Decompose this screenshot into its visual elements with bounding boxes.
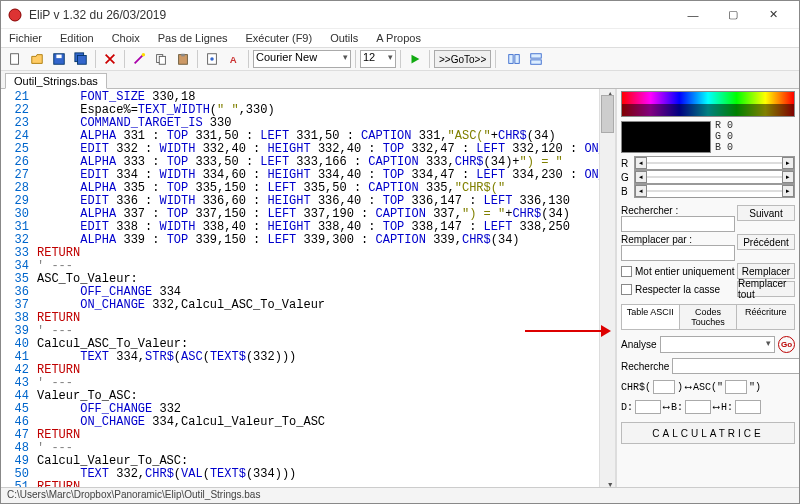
bookmark-icon[interactable] — [202, 49, 222, 69]
tile-h-icon[interactable] — [504, 49, 524, 69]
right-tabs: Table ASCII Codes Touches Réécriture — [621, 304, 795, 330]
save-icon[interactable] — [49, 49, 69, 69]
file-tab-active[interactable]: Outil_Strings.bas — [5, 73, 107, 89]
open-file-icon[interactable] — [27, 49, 47, 69]
search-input[interactable] — [621, 216, 735, 232]
replace-all-button[interactable]: Remplacer tout — [737, 281, 795, 297]
rgb-readout: R 0 G 0 B 0 — [715, 120, 733, 153]
calculator-button[interactable]: CALCULATRICE — [621, 422, 795, 444]
line-gutter: 21 22 23 24 25 26 27 28 29 30 31 32 33 3… — [1, 89, 35, 489]
recherche-input[interactable] — [672, 358, 799, 374]
chr-input[interactable] — [653, 380, 675, 394]
file-tabs: Outil_Strings.bas — [1, 71, 799, 89]
analyse-select[interactable] — [660, 336, 775, 353]
svg-rect-8 — [159, 56, 165, 64]
toolbar: A Courier New 12 >>GoTo>> — [1, 47, 799, 71]
menu-choice[interactable]: Choix — [108, 31, 144, 45]
color-palette[interactable] — [621, 91, 795, 117]
vertical-scrollbar[interactable]: ▲ ▼ — [599, 89, 615, 489]
whole-word-label: Mot entier uniquement — [635, 266, 735, 277]
svg-rect-14 — [509, 55, 513, 64]
menu-lines[interactable]: Pas de Lignes — [154, 31, 232, 45]
whole-word-checkbox[interactable] — [621, 266, 632, 277]
statusbar: C:\Users\Marc\Dropbox\Panoramic\Elip\Out… — [1, 487, 799, 503]
magic-icon[interactable] — [129, 49, 149, 69]
menubar: Fichier Edition Choix Pas de Lignes Exéc… — [1, 29, 799, 47]
scroll-thumb[interactable] — [601, 95, 614, 133]
menu-file[interactable]: Fichier — [5, 31, 46, 45]
window-title: EliP v 1.32 du 26/03/2019 — [29, 8, 673, 22]
new-file-icon[interactable] — [5, 49, 25, 69]
minimize-button[interactable]: — — [673, 2, 713, 28]
svg-rect-3 — [56, 55, 61, 59]
right-panel: R 0 G 0 B 0 R◂▸G◂▸B◂▸ Rechercher : Suiva… — [616, 89, 799, 489]
code-area[interactable]: FONT_SIZE 330,18 Espace%=TEXT_WIDTH(" ",… — [35, 89, 599, 489]
chr-asc-row: CHR$() ⟷ ASC("") — [621, 380, 795, 394]
maximize-button[interactable]: ▢ — [713, 2, 753, 28]
size-select[interactable]: 12 — [360, 50, 396, 68]
slider-b[interactable]: ◂▸ — [634, 184, 795, 198]
size-select-value: 12 — [363, 51, 375, 63]
bin-input[interactable] — [685, 400, 711, 414]
copy-icon[interactable] — [151, 49, 171, 69]
font-select[interactable]: Courier New — [253, 50, 351, 68]
tab-keys[interactable]: Codes Touches — [680, 305, 738, 329]
analyse-label: Analyse — [621, 339, 657, 350]
paste-icon[interactable] — [173, 49, 193, 69]
app-icon — [7, 7, 23, 23]
editor[interactable]: 21 22 23 24 25 26 27 28 29 30 31 32 33 3… — [1, 89, 616, 489]
asc-input[interactable] — [725, 380, 747, 394]
menu-tools[interactable]: Outils — [326, 31, 362, 45]
svg-rect-10 — [181, 54, 185, 57]
close-tab-icon[interactable] — [100, 49, 120, 69]
match-case-label: Respecter la casse — [635, 284, 720, 295]
svg-rect-5 — [78, 56, 87, 65]
save-all-icon[interactable] — [71, 49, 91, 69]
replace-label: Remplacer par : — [621, 234, 735, 245]
font-select-value: Courier New — [256, 51, 317, 63]
menu-edit[interactable]: Edition — [56, 31, 98, 45]
hex-input[interactable] — [735, 400, 761, 414]
menu-exec[interactable]: Exécuter (F9) — [242, 31, 317, 45]
svg-rect-1 — [11, 54, 19, 65]
svg-text:A: A — [230, 54, 237, 65]
replace-button[interactable]: Remplacer — [737, 263, 795, 279]
svg-point-0 — [9, 9, 21, 21]
svg-rect-17 — [531, 60, 542, 64]
status-path: C:\Users\Marc\Dropbox\Panoramic\Elip\Out… — [7, 489, 260, 500]
slider-r[interactable]: ◂▸ — [634, 156, 795, 170]
arrow-icon: ⟷ — [685, 381, 691, 393]
slider-g[interactable]: ◂▸ — [634, 170, 795, 184]
goto-button[interactable]: >>GoTo>> — [434, 50, 491, 68]
font-icon[interactable]: A — [224, 49, 244, 69]
color-swatch[interactable] — [621, 121, 711, 153]
tab-ascii[interactable]: Table ASCII — [622, 305, 680, 329]
svg-point-6 — [142, 53, 146, 57]
tile-v-icon[interactable] — [526, 49, 546, 69]
prev-button[interactable]: Précédent — [737, 234, 795, 250]
svg-rect-15 — [515, 55, 519, 64]
dec-input[interactable] — [635, 400, 661, 414]
run-icon[interactable] — [405, 49, 425, 69]
svg-rect-16 — [531, 54, 542, 58]
recherche-label: Recherche — [621, 361, 669, 372]
search-label: Rechercher : — [621, 205, 735, 216]
replace-input[interactable] — [621, 245, 735, 261]
tab-rewrite[interactable]: Réécriture — [737, 305, 794, 329]
titlebar: EliP v 1.32 du 26/03/2019 — ▢ ✕ — [1, 1, 799, 29]
go-button[interactable]: Go — [778, 336, 795, 353]
close-button[interactable]: ✕ — [753, 2, 793, 28]
svg-point-12 — [210, 57, 214, 61]
match-case-checkbox[interactable] — [621, 284, 632, 295]
next-button[interactable]: Suivant — [737, 205, 795, 221]
base-convert-row: D: ⟷ B: ⟷ H: — [621, 400, 795, 414]
menu-about[interactable]: A Propos — [372, 31, 425, 45]
